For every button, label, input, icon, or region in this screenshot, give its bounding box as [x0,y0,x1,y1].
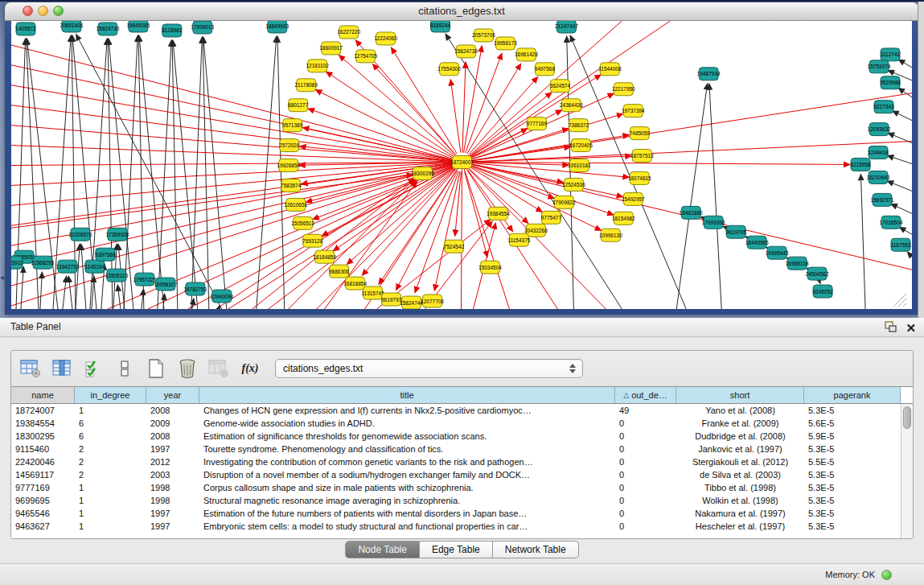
table-row[interactable]: 1938455462009Genome-wide association stu… [11,417,901,430]
graph-node[interactable]: 7485059 [630,127,651,140]
table-cell[interactable]: 0 [615,443,676,455]
graph-node[interactable]: 13942757 [56,260,80,273]
tab-network-table[interactable]: Network Table [493,541,579,558]
table-cell[interactable]: 18724007 [11,404,75,417]
graph-node[interactable]: 16720405 [569,139,593,152]
table-cell[interactable]: 5.3E-5 [804,481,901,494]
table-cell[interactable]: 1997 [146,443,199,455]
graph-node[interactable]: 12610651 [284,198,307,211]
graph-node[interactable]: 9227343 [873,101,894,113]
graph-node[interactable]: 12181102 [306,60,329,72]
table-row[interactable]: 977716911998Corpus callosum shape and si… [11,481,901,494]
table-cell[interactable]: 0 [615,417,676,430]
graph-node[interactable]: 19956173 [494,37,517,50]
table-cell[interactable]: 6 [75,430,146,443]
graph-node[interactable]: 8215958 [850,159,871,171]
graph-node[interactable]: 9886306 [329,265,350,278]
table-cell[interactable]: Wolkin et al. (1998) [676,494,804,507]
graph-node[interactable]: 8189244 [430,21,451,32]
table-cell[interactable]: 0 [615,507,676,520]
table-cell[interactable]: Investigating the contribution of common… [199,455,615,468]
graph-node[interactable]: 20206576 [69,228,92,241]
graph-node[interactable]: 18300295 [411,167,434,179]
resize-grip-icon[interactable] [898,299,906,307]
delete-trash-icon[interactable] [176,357,199,380]
table-cell[interactable]: 2012 [146,455,199,468]
graph-node[interactable]: 1167553 [891,238,911,251]
table-row[interactable]: 1872400712008Changes of HCN gene express… [11,404,901,417]
table-cell[interactable]: 2008 [146,430,199,443]
graph-node[interactable]: 9529988 [880,76,901,89]
graph-node[interactable]: 17554300 [437,63,461,76]
graph-node[interactable]: 12754705 [354,50,377,63]
citation-network-graph[interactable]: 1872400716227220186009171218110221178089… [11,21,912,309]
graph-node[interactable]: 21178089 [295,79,318,92]
graph-node[interactable]: 15751074 [868,60,891,73]
table-cell[interactable]: 2009 [146,417,199,430]
table-cell[interactable]: Dudbridge et al. (2008) [676,430,804,443]
table-cell[interactable]: de Silva et al. (2003) [676,468,804,481]
graph-node[interactable]: 21247447 [555,21,578,33]
graph-node[interactable]: 20573706 [472,29,495,42]
table-cell[interactable]: Embryonic stem cells: a model to study s… [199,520,615,533]
table-cell[interactable]: 5.3E-5 [804,404,901,417]
table-cell[interactable]: 1998 [146,481,199,494]
graph-node[interactable]: 12217950 [612,83,635,96]
table-cell[interactable]: Genome-wide association studies in ADHD. [199,417,615,430]
graph-node[interactable]: 9497568 [535,63,556,76]
graph-node[interactable]: 8801277 [288,99,309,112]
graph-node[interactable]: 9619797 [381,293,402,306]
table-cell[interactable]: Tibbo et al. (1998) [676,481,804,494]
graph-node[interactable]: 18600917 [319,42,343,55]
graph-node[interactable]: 9619795 [726,225,747,238]
graph-node[interactable]: 11544008 [598,63,622,76]
table-cell[interactable]: 2 [75,443,146,455]
graph-node[interactable]: 20691406 [60,21,84,32]
graph-node[interactable]: 3624574 [550,80,571,93]
network-canvas[interactable]: 1872400716227220186009171218110221178089… [11,21,912,309]
column-header-pagerank[interactable]: pagerank [804,387,901,403]
column-header-out_de[interactable]: △out_de… [615,387,676,403]
table-cell[interactable]: 1 [75,507,146,520]
table-cell[interactable]: 5.3E-5 [804,507,901,520]
graph-node[interactable]: 18184859 [313,250,336,263]
table-row[interactable]: 969969511998Structural magnetic resonanc… [11,494,901,507]
graph-node[interactable]: 15492957 [622,192,645,205]
graph-node[interactable]: 7524542 [444,240,465,253]
scrollbar-thumb[interactable] [903,406,911,429]
graph-node[interactable]: 18449985 [745,236,769,249]
table-cell[interactable]: 9465546 [11,507,75,520]
graph-node[interactable]: 12940098 [210,290,233,303]
table-cell[interactable]: 0 [615,455,676,468]
table-cell[interactable]: 9777169 [11,481,75,494]
graph-node[interactable]: 12224060 [374,32,397,45]
float-window-icon[interactable] [885,321,897,333]
graph-node[interactable]: 9571389 [282,119,303,132]
table-cell[interactable]: 9699695 [11,494,75,507]
table-row[interactable]: 946362711997Embryonic stem cells: a mode… [11,520,901,533]
new-document-icon[interactable] [145,357,167,380]
graph-node[interactable]: 19649285 [126,21,150,32]
table-cell[interactable]: 2 [75,468,146,481]
graph-node[interactable]: 7583574 [281,179,302,192]
graph-node[interactable]: 1244418 [868,146,889,159]
table-cell[interactable]: 5.3E-5 [804,520,901,533]
table-cell[interactable]: 9115460 [11,443,75,455]
graph-node[interactable]: 11154375 [508,233,531,246]
table-cell[interactable]: Changes of HCN gene expression and I(f) … [199,404,615,417]
table-cell[interactable]: 1998 [146,494,199,507]
graph-node[interactable]: 9245052 [812,285,833,298]
graph-node[interactable]: 16958108 [786,257,809,270]
close-icon[interactable]: ✕ [906,319,916,337]
table-cell[interactable]: Disruption of a novel member of a sodium… [199,468,615,481]
graph-node[interactable]: 17909822 [552,196,576,208]
table-cell[interactable]: Tourette syndrome. Phenomenology and cla… [199,443,615,455]
function-builder-icon[interactable]: f(x) [239,357,261,380]
graph-node[interactable]: 16227220 [337,26,360,39]
graph-node[interactable]: 17999368 [702,216,725,229]
graph-node[interactable]: 11568293 [31,256,55,269]
graph-node[interactable]: 17957225 [133,273,156,286]
table-cell[interactable]: 5.9E-5 [804,430,901,443]
graph-node[interactable]: 15824739 [454,45,478,58]
table-cell[interactable]: Stergiakouli et al. (2012) [676,455,804,468]
